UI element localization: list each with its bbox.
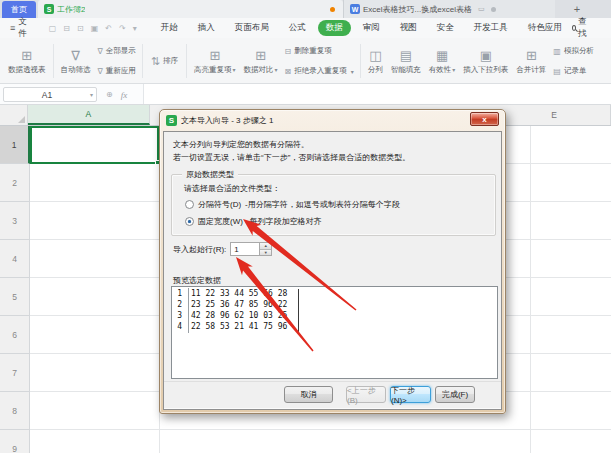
chevron-down-icon: ▾	[90, 91, 96, 98]
row-header-4[interactable]: 4	[0, 240, 29, 278]
wizard-intro-line2: 若一切设置无误，请单击“下一步”，否则请选择最合适的数据类型。	[173, 152, 410, 163]
column-header-e[interactable]: E	[498, 105, 611, 125]
writer-app-icon: W	[350, 4, 360, 14]
gridline	[530, 126, 531, 453]
preview-data-box[interactable]: 111 22 33 44 55 66 28223 25 36 47 85 96 …	[171, 286, 498, 379]
find-label: 查找	[578, 16, 588, 40]
divider	[142, 44, 143, 78]
tab-close-dot-icon[interactable]	[491, 7, 496, 12]
text-to-columns-button[interactable]: ◫ 分列	[364, 41, 387, 81]
row-header-9[interactable]: 9	[0, 430, 29, 453]
original-data-type-group: 原始数据类型 请选择最合适的文件类型： 分隔符号(D) -用分隔字符，如逗号或制…	[171, 174, 496, 236]
tab-document[interactable]: W Excel表格技巧...换成excel表格 ▭	[343, 0, 555, 18]
text-import-wizard-dialog: S 文本导入向导 - 3 步骤之 1 x 文本分列向导判定您的数据有分隔符。 若…	[159, 109, 506, 414]
menu-tab-审阅[interactable]: 审阅	[355, 20, 388, 36]
what-if-icon: ▥	[553, 47, 561, 56]
preview-row: 223 25 36 47 85 96 22	[172, 299, 497, 310]
radio-fixed-width[interactable]: 固定宽度(W) -每列字段加空格对齐	[185, 216, 322, 227]
row-header-7[interactable]: 7	[0, 354, 29, 392]
reapply-button[interactable]: ∇ 重新应用	[98, 66, 136, 76]
export-icon[interactable]: ⊟	[63, 24, 70, 33]
start-row-stepper[interactable]: ▲ ▼	[260, 242, 272, 256]
start-row-input[interactable]: 1	[230, 242, 260, 256]
data-compare-button[interactable]: ⊞ 数据对比▾	[240, 41, 282, 81]
cancel-button[interactable]: 取消	[284, 386, 333, 403]
preview-row: 422 58 53 21 41 75 96	[172, 321, 497, 332]
what-if-analysis-button[interactable]: ▥ 模拟分析	[553, 46, 594, 56]
menu-tab-数据[interactable]: 数据	[318, 20, 351, 36]
tab-workbook[interactable]: S 工作簿2	[38, 0, 343, 18]
name-box[interactable]: A1 ▾	[3, 87, 97, 102]
divider	[360, 44, 361, 78]
preview-row-text: 23 25 36 47 85 96 22	[185, 299, 287, 310]
consolidate-button[interactable]: ⊞ 合并计算	[512, 41, 550, 81]
reject-duplicates-button[interactable]: ⊠ 拒绝录入重复项 ▾	[285, 66, 354, 76]
remove-duplicates-button[interactable]: ⊟ 删除重复项	[285, 46, 354, 56]
close-button[interactable]: x	[470, 112, 499, 126]
row-header-5[interactable]: 5	[0, 278, 29, 316]
undo-icon[interactable]: ↶	[105, 24, 112, 33]
chevron-down-icon: ▾	[452, 67, 455, 73]
insert-function-icon[interactable]: fx	[121, 90, 128, 100]
insert-dropdown-list-button[interactable]: ▣ 插入下拉列表	[459, 41, 512, 81]
preview-icon[interactable]: ▣	[91, 24, 99, 33]
select-all-corner[interactable]	[0, 105, 28, 125]
find-button[interactable]: 查找	[572, 16, 589, 40]
dialog-title: 文本导入向导 - 3 步骤之 1	[181, 115, 273, 126]
more-icon[interactable]: ▾	[133, 24, 137, 33]
pivot-table-button[interactable]: ⊞ 数据透视表	[4, 41, 50, 81]
record-form-button[interactable]: ▤ 记录单	[553, 66, 594, 76]
finish-button[interactable]: 完成(F)	[435, 386, 475, 403]
redo-icon[interactable]: ↷	[119, 24, 126, 33]
close-icon: x	[482, 115, 486, 124]
row-header-8[interactable]: 8	[0, 392, 29, 430]
menu-tab-视图[interactable]: 视图	[392, 20, 425, 36]
column-header-a[interactable]: A	[28, 105, 149, 125]
column-break-line[interactable]	[298, 289, 299, 332]
auto-filter-button[interactable]: ∇ 自动筛选	[57, 41, 95, 81]
file-menu-button[interactable]: ≡ 文件	[0, 16, 35, 40]
print-icon[interactable]: ⊡	[77, 24, 84, 33]
menu-tab-开发工具[interactable]: 开发工具	[466, 20, 516, 36]
filter-options: ∇ 全部显示 ∇ 重新应用	[95, 41, 139, 81]
formula-input[interactable]	[143, 84, 611, 104]
menu-tab-开始[interactable]: 开始	[153, 20, 186, 36]
menu-tab-安全[interactable]: 安全	[429, 20, 462, 36]
menu-bar: ≡ 文件 ▢⊟⊡▣↶↷▾ 开始插入页面布局公式数据审阅视图安全开发工具特色应用 …	[0, 18, 611, 38]
row-header-2[interactable]: 2	[0, 164, 29, 202]
row-headers: 123456789	[0, 126, 30, 453]
row-header-3[interactable]: 3	[0, 202, 29, 240]
next-button[interactable]: 下一步(N)>	[390, 386, 431, 403]
preview-row-text: 22 58 53 21 41 75 96	[185, 321, 287, 332]
menu-tab-页面布局[interactable]: 页面布局	[227, 20, 277, 36]
menu-tab-公式[interactable]: 公式	[281, 20, 314, 36]
spin-down-icon[interactable]: ▼	[260, 249, 271, 256]
dialog-titlebar[interactable]: S 文本导入向导 - 3 步骤之 1	[160, 110, 505, 131]
sort-button[interactable]: ⇅ 排序	[146, 41, 183, 81]
radio-delimited[interactable]: 分隔符号(D) -用分隔字符，如逗号或制表符分隔每个字段	[185, 199, 400, 210]
validation-button[interactable]: ▦ 有效性▾	[425, 41, 460, 81]
radio-unchecked-icon[interactable]	[185, 200, 194, 209]
highlight-duplicates-button[interactable]: ⊞ 高亮重复项▾	[190, 41, 240, 81]
show-all-button[interactable]: ∇ 全部显示	[98, 46, 136, 56]
record-form-icon: ▤	[553, 67, 561, 76]
save-icon[interactable]: ▢	[49, 24, 57, 33]
hamburger-icon: ≡	[10, 23, 15, 33]
divider	[53, 44, 54, 78]
menu-tab-插入[interactable]: 插入	[190, 20, 223, 36]
cell-reference: A1	[4, 90, 90, 100]
row-header-1[interactable]: 1	[0, 126, 30, 164]
dialog-body: 文本分列向导判定您的数据有分隔符。 若一切设置无误，请单击“下一步”，否则请选择…	[163, 131, 502, 410]
menu-tab-特色应用[interactable]: 特色应用	[520, 20, 570, 36]
spreadsheet-app-icon: S	[166, 115, 177, 126]
smart-fill-button[interactable]: ▤ 智能填充	[387, 41, 425, 81]
chevron-down-icon: ▾	[233, 67, 236, 73]
selected-cell-a1[interactable]	[30, 126, 159, 164]
group-title: 原始数据类型	[182, 169, 238, 180]
radio-checked-icon[interactable]	[185, 217, 194, 226]
funnel-icon: ∇	[98, 67, 103, 76]
gutter-separator	[188, 288, 189, 333]
spreadsheet-app-icon: S	[44, 4, 54, 14]
row-header-6[interactable]: 6	[0, 316, 29, 354]
zoom-formula-icon[interactable]: ⊕	[106, 90, 113, 99]
